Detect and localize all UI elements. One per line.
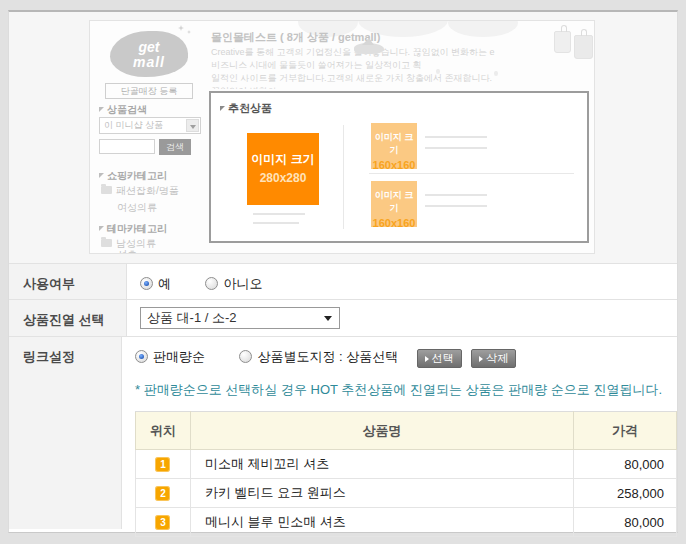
- logo-text-bottom: mall: [110, 55, 188, 69]
- preview-theme-category-title: 테마카테고리: [99, 222, 167, 236]
- text-placeholder-line: [425, 194, 487, 196]
- text-placeholder-line: [253, 222, 299, 224]
- image-size-placeholder-160: 이미지 크기 160x160: [371, 181, 417, 227]
- star-icon: [178, 25, 184, 31]
- preview-search-button: 검색: [159, 139, 191, 155]
- col-header-price: 가격: [574, 412, 677, 450]
- preview-search-row: 검색: [99, 139, 191, 155]
- use-no-label[interactable]: 아니오: [223, 276, 262, 291]
- getmall-logo: get mall: [110, 31, 188, 77]
- section-marker-icon: [99, 226, 104, 231]
- folder-icon: [101, 186, 112, 194]
- raindrop-illustration: [466, 77, 470, 82]
- star-icon: [187, 30, 191, 34]
- preview-banner: 몰인몰테스트 ( 8개 상품 / getmall) Creative를 통해 고…: [208, 21, 595, 89]
- bird-illustration: [354, 43, 384, 54]
- preview-shopping-category-title: 쇼핑카테고리: [99, 169, 167, 183]
- preview-search-scope-select: 이 미니샵 상품: [99, 117, 201, 134]
- rank-badge: 3: [155, 515, 170, 530]
- text-placeholder-line: [253, 213, 305, 215]
- folder-icon: [101, 239, 112, 247]
- product-name: 메니시 블루 민소매 셔츠: [190, 508, 573, 537]
- preview-category-item: 여성의류: [117, 201, 157, 215]
- table-header-row: 위치 상품명 가격: [136, 412, 677, 450]
- use-no-radio[interactable]: [205, 277, 218, 290]
- table-row: 1 미소매 제비꼬리 셔츠 80,000: [136, 450, 677, 479]
- divider: [369, 173, 574, 174]
- chevron-down-icon: [186, 119, 199, 132]
- cloud-illustration: [448, 21, 518, 37]
- logo-text-top: get: [110, 40, 188, 54]
- product-table: 위치 상품명 가격 1 미소매 제비꼬리 셔츠 80,000 2: [135, 411, 677, 537]
- use-yes-radio[interactable]: [140, 277, 153, 290]
- divider: [343, 125, 344, 229]
- recommend-title: 추천상품: [220, 101, 272, 116]
- content-panel: get mall 단골매장 등록 상품검색 이 미니샵 상품 검색 쇼핑카테고리…: [8, 10, 678, 533]
- table-row: 3 메니시 블루 민소매 셔츠 80,000: [136, 508, 677, 537]
- product-price: 80,000: [574, 450, 677, 479]
- chevron-down-icon: [324, 316, 332, 321]
- section-marker-icon: [220, 106, 225, 111]
- preview-search-input: [99, 139, 155, 154]
- image-size-placeholder-160: 이미지 크기 160x160: [371, 123, 417, 169]
- select-button[interactable]: 선택: [417, 349, 462, 368]
- section-marker-icon: [99, 107, 104, 112]
- sales-order-label[interactable]: 판매량순: [153, 349, 205, 364]
- manual-select-radio[interactable]: [239, 350, 252, 363]
- product-price: 80,000: [574, 508, 677, 537]
- sales-order-note: * 판매량순으로 선택하실 경우 HOT 추천상품에 진열되는 상품은 판매량 …: [135, 381, 677, 399]
- rank-badge: 1: [155, 457, 170, 472]
- settings-form: 사용여부 예 아니오 상품진열 선택 상품 대-1 / 소-2 링크설정 판매량…: [9, 263, 677, 529]
- display-select-row: 상품진열 선택 상품 대-1 / 소-2: [9, 299, 677, 336]
- arrow-right-icon: [479, 356, 483, 362]
- display-category-select[interactable]: 상품 대-1 / 소-2: [140, 307, 340, 329]
- link-setting-label: 링크설정: [9, 337, 121, 529]
- display-select-label: 상품진열 선택: [9, 300, 126, 336]
- col-header-position: 위치: [136, 412, 191, 450]
- preview-category-item: 셔츠: [117, 248, 137, 254]
- sales-order-radio[interactable]: [135, 350, 148, 363]
- preview-sidebar: get mall 단골매장 등록 상품검색 이 미니샵 상품 검색 쇼핑카테고리…: [90, 21, 208, 253]
- rank-badge: 2: [155, 486, 170, 501]
- preview-shop-title: 몰인몰테스트 ( 8개 상품 / getmall): [211, 30, 380, 45]
- clothes-illustration: [574, 35, 593, 59]
- clothes-illustration: [554, 31, 571, 53]
- preview-search-title: 상품검색: [99, 103, 147, 117]
- manual-select-label[interactable]: 상품별도지정 : 상품선택: [257, 349, 398, 364]
- minishop-preview-thumbnail: get mall 단골매장 등록 상품검색 이 미니샵 상품 검색 쇼핑카테고리…: [89, 20, 595, 254]
- col-header-name: 상품명: [190, 412, 573, 450]
- table-row: 2 카키 벨티드 요크 원피스 258,000: [136, 479, 677, 508]
- text-placeholder-line: [425, 147, 487, 149]
- section-marker-icon: [99, 173, 104, 178]
- recommend-products-panel: 추천상품 이미지 크기 280x280 이미지 크기 160x160 이미지 크…: [209, 91, 589, 243]
- use-yes-label[interactable]: 예: [158, 276, 171, 291]
- minishop-preview-area: get mall 단골매장 등록 상품검색 이 미니샵 상품 검색 쇼핑카테고리…: [9, 12, 677, 263]
- product-price: 258,000: [574, 479, 677, 508]
- raindrop-illustration: [494, 71, 498, 76]
- link-setting-row: 링크설정 판매량순 상품별도지정 : 상품선택 선택 삭제 * 판매량순으로 선…: [9, 336, 677, 529]
- product-name: 미소매 제비꼬리 셔츠: [190, 450, 573, 479]
- preview-category-item: 패션잡화/명품: [101, 184, 179, 198]
- arrow-right-icon: [425, 356, 429, 362]
- delete-button[interactable]: 삭제: [471, 349, 516, 368]
- product-name: 카키 벨티드 요크 원피스: [190, 479, 573, 508]
- text-placeholder-line: [425, 205, 487, 207]
- text-placeholder-line: [425, 136, 487, 138]
- favorite-store-register-button: 단골매장 등록: [105, 83, 193, 99]
- use-setting-row: 사용여부 예 아니오: [9, 263, 677, 299]
- use-setting-label: 사용여부: [9, 264, 126, 299]
- raindrop-illustration: [436, 69, 440, 74]
- image-size-placeholder-280: 이미지 크기 280x280: [247, 133, 319, 205]
- link-option-line: 판매량순 상품별도지정 : 상품선택 선택 삭제: [135, 347, 677, 368]
